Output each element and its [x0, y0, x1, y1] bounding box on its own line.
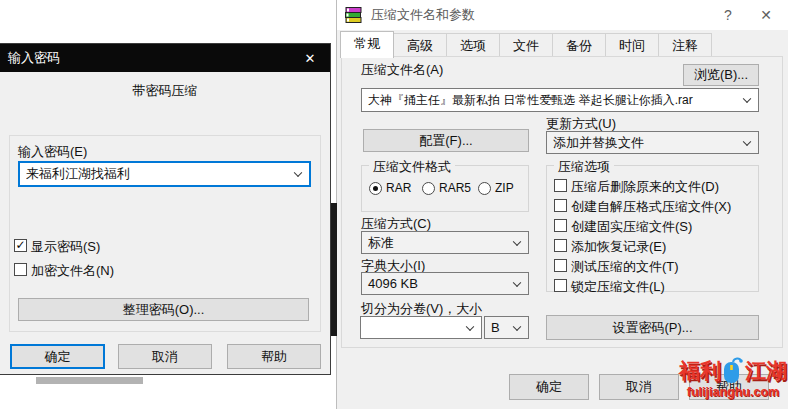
organize-passwords-button[interactable]: 整理密码(O)... — [18, 298, 309, 321]
chevron-down-icon[interactable] — [294, 169, 302, 177]
password-field-label: 输入密码(E) — [18, 143, 87, 161]
archive-ok-button[interactable]: 确定 — [509, 374, 589, 400]
radio-zip[interactable] — [478, 182, 491, 195]
chevron-down-icon[interactable] — [743, 95, 751, 103]
checkbox-encrypt-names-label: 加密文件名(N) — [31, 262, 114, 280]
archive-cancel-button[interactable]: 取消 — [599, 374, 679, 400]
checkbox-solid[interactable] — [554, 219, 567, 232]
close-icon[interactable]: ✕ — [290, 44, 330, 72]
tab-advanced[interactable]: 高级 — [393, 33, 447, 57]
chevron-down-icon — [743, 137, 751, 145]
update-mode-value: 添加并替换文件 — [553, 134, 644, 152]
tab-options[interactable]: 选项 — [446, 33, 500, 57]
checkbox-solid-label: 创建固实压缩文件(S) — [571, 218, 692, 236]
archive-dialog: 压缩文件名和参数 ? ✕ 常规 高级 选项 文件 备份 时间 注释 压缩文件名(… — [336, 0, 788, 409]
tab-strip: 常规 高级 选项 文件 备份 时间 注释 — [341, 33, 712, 58]
checkbox-lock-archive[interactable] — [554, 279, 567, 292]
chevron-down-icon[interactable] — [466, 322, 474, 330]
checkbox-test-files-label: 测试压缩的文件(T) — [571, 258, 679, 276]
winrar-books-icon — [345, 7, 362, 24]
archive-name-label: 压缩文件名(A) — [361, 61, 443, 79]
browse-button[interactable]: 浏览(B)... — [683, 64, 759, 86]
checkbox-delete-after-label: 压缩后删除原来的文件(D) — [571, 178, 719, 196]
split-unit-dropdown[interactable]: B — [484, 316, 529, 339]
password-input[interactable] — [26, 167, 289, 182]
archive-dialog-title: 压缩文件名和参数 — [371, 0, 475, 30]
watermark-row: 福利 江湖 — [679, 357, 787, 384]
checkbox-sfx-label: 创建自解压格式压缩文件(X) — [571, 198, 731, 216]
watermark: 福利 江湖 fulijianghu.com — [679, 357, 787, 399]
tab-general[interactable]: 常规 — [340, 31, 394, 58]
compression-method-dropdown[interactable]: 标准 — [361, 231, 529, 254]
background-window-shadow — [36, 377, 143, 384]
checkbox-delete-after[interactable] — [554, 179, 567, 192]
radio-zip-label: ZIP — [495, 181, 514, 195]
checkbox-test-files[interactable] — [554, 259, 567, 272]
watermark-url: fulijianghu.com — [679, 385, 787, 399]
profiles-button[interactable]: 配置(F)... — [363, 129, 529, 152]
checkbox-show-password[interactable]: ✓ — [14, 239, 27, 252]
split-volumes-combobox[interactable] — [360, 316, 482, 339]
watermark-text-right: 江湖 — [745, 359, 787, 383]
checkbox-show-password-label: 显示密码(S) — [31, 238, 100, 256]
chevron-down-icon — [513, 237, 521, 245]
password-cancel-button[interactable]: 取消 — [118, 344, 212, 369]
split-volumes-input[interactable] — [367, 321, 461, 335]
chevron-down-icon — [513, 322, 521, 330]
archiving-options-group-label: 压缩选项 — [554, 158, 614, 176]
archive-format-group-label: 压缩文件格式 — [369, 158, 455, 176]
watermark-text-left: 福利 — [679, 359, 721, 383]
radio-rar[interactable] — [369, 182, 382, 195]
checkbox-lock-archive-label: 锁定压缩文件(L) — [571, 278, 665, 296]
dictionary-size-value: 4096 KB — [368, 276, 418, 291]
radio-rar5[interactable] — [422, 182, 435, 195]
password-dialog-titlebar: 输入密码 ✕ — [0, 44, 330, 72]
radio-rar5-label: RAR5 — [439, 181, 471, 195]
compression-method-value: 标准 — [368, 234, 394, 252]
mouse-icon — [722, 357, 744, 384]
archive-name-input[interactable] — [368, 93, 738, 107]
password-dialog-title: 输入密码 — [8, 44, 60, 72]
close-icon[interactable]: ✕ — [749, 0, 783, 30]
tab-backup[interactable]: 备份 — [552, 33, 606, 57]
set-password-button[interactable]: 设置密码(P)... — [546, 315, 759, 340]
password-dialog: 输入密码 ✕ 带密码压缩 输入密码(E) ✓ 显示密码(S) 加密文件名(N) … — [0, 43, 331, 375]
checkbox-encrypt-names[interactable] — [14, 263, 27, 276]
help-caption-button[interactable]: ? — [711, 0, 745, 30]
checkbox-recovery-record-label: 添加恢复记录(E) — [571, 238, 666, 256]
tab-files[interactable]: 文件 — [499, 33, 553, 57]
checkbox-sfx[interactable] — [554, 199, 567, 212]
archive-name-combobox[interactable] — [361, 88, 759, 112]
archive-dialog-titlebar: 压缩文件名和参数 ? ✕ — [337, 0, 788, 30]
tab-time[interactable]: 时间 — [605, 33, 659, 57]
chevron-down-icon — [513, 278, 521, 286]
dictionary-size-dropdown[interactable]: 4096 KB — [361, 272, 529, 295]
tab-comment[interactable]: 注释 — [658, 33, 712, 57]
password-ok-button[interactable]: 确定 — [10, 344, 105, 369]
password-combobox[interactable] — [18, 161, 311, 187]
split-unit-value: B — [491, 320, 500, 335]
password-heading: 带密码压缩 — [0, 82, 330, 100]
radio-rar-label: RAR — [386, 181, 411, 195]
check-icon: ✓ — [15, 238, 25, 252]
update-mode-dropdown[interactable]: 添加并替换文件 — [546, 131, 759, 154]
checkbox-recovery-record[interactable] — [554, 239, 567, 252]
password-help-button[interactable]: 帮助 — [227, 344, 321, 369]
